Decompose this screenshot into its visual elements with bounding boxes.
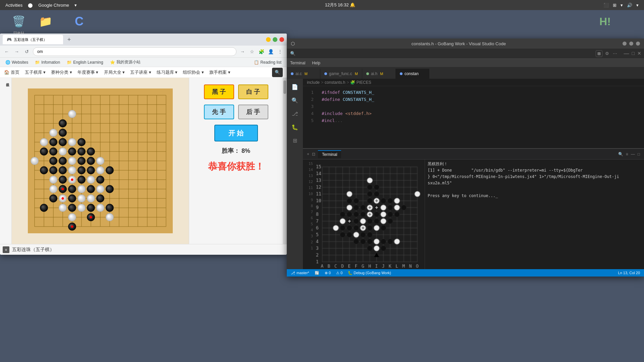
grid-layout-btn[interactable]: ⊞	[596, 50, 602, 57]
nav-openings[interactable]: 开局大全 ▾	[104, 69, 125, 75]
debug-text: 🐛 Debug (GoBang Work)	[348, 271, 391, 275]
errors-text: ⊗ 0	[325, 271, 331, 275]
terminal-menu-icon[interactable]: ≡	[626, 152, 628, 157]
tab-game-func[interactable]: game_func.c M	[320, 69, 362, 79]
statusbar-sync[interactable]: 🔄	[313, 271, 321, 275]
page-content: 🏠 首页 五子棋库 ▾ 赛种分类 ▾ 年度赛事 ▾ 开局大全 ▾ 五子讲座 ▾ …	[0, 67, 287, 244]
terminal-search-icon[interactable]: 🔍	[618, 152, 623, 157]
apps-icon[interactable]: ⊞	[613, 3, 616, 8]
search-button[interactable]: 🔍	[272, 68, 283, 77]
menu-help[interactable]: Help	[309, 59, 324, 67]
gomoku-board[interactable]	[28, 88, 173, 233]
extension-btn[interactable]: 🧩	[257, 48, 265, 56]
refresh-btn[interactable]: ↺	[23, 48, 31, 56]
start-button[interactable]: 开 始	[214, 125, 258, 141]
new-tab-button[interactable]: +	[64, 35, 74, 44]
menu-terminal[interactable]: Terminal	[287, 59, 309, 67]
nav-lectures[interactable]: 五子讲座 ▾	[130, 69, 151, 75]
second-move-button[interactable]: 后 手	[238, 105, 268, 119]
tab-ai-c[interactable]: ai.c M	[287, 69, 320, 79]
settings-icon[interactable]: ⚙	[604, 50, 610, 57]
bookmark-websites[interactable]: 🌐 Websites	[3, 59, 31, 65]
os-bar-left: Activities ⬤ Google Chrome ▾	[5, 3, 77, 8]
window-close-btn[interactable]	[279, 37, 284, 42]
network-icon[interactable]: ▾	[621, 3, 623, 8]
terminal-maximize-icon[interactable]: □	[638, 152, 640, 157]
tln-15: 15	[303, 161, 313, 167]
window-minimize-btn[interactable]	[266, 37, 271, 42]
vscode-restore-icon[interactable]: □	[632, 51, 635, 57]
volume-icon[interactable]: 🔊	[627, 3, 632, 8]
vscode-minimize-btn[interactable]	[623, 42, 627, 46]
right-scrollbar[interactable]	[283, 78, 287, 244]
terminal-icon[interactable]: +	[307, 152, 309, 157]
window-maximize-btn[interactable]	[273, 37, 277, 42]
footer-menu-icon[interactable]: ≡	[3, 246, 9, 253]
white-stone-button[interactable]: 白 子	[238, 84, 268, 99]
line-num-2: 2	[311, 96, 314, 103]
vscode-close-btn[interactable]	[636, 42, 640, 46]
bookmark-infomation[interactable]: 📁 Infomation	[32, 59, 63, 65]
statusbar-warnings[interactable]: ⚠ 0	[335, 271, 344, 275]
menu-btn[interactable]: ⋮	[276, 48, 284, 56]
statusbar-position[interactable]: Ln 13, Col 20	[617, 271, 641, 275]
terminal-output: 黑棋胜利！ [1] + Done "/usr/bin/gdb" --interp…	[425, 160, 644, 269]
tab-ai-h[interactable]: ai.h M	[362, 69, 396, 79]
nav-home[interactable]: 🏠 首页	[4, 69, 19, 75]
account-btn[interactable]: 👤	[267, 48, 275, 56]
os-top-bar: Activities ⬤ Google Chrome ▾ 12月5 16:32 …	[0, 0, 644, 10]
vscode-maximize-btn[interactable]	[629, 42, 633, 46]
scroll-thumb[interactable]	[283, 80, 286, 94]
folder-icon[interactable]: 📁	[34, 13, 58, 31]
statusbar-debug[interactable]: 🐛 Debug (GoBang Work)	[346, 271, 392, 275]
display-icon[interactable]: ⬛	[603, 3, 609, 8]
forward-btn[interactable]: →	[13, 48, 21, 56]
terminal-split-icon[interactable]: ⊡	[312, 152, 315, 157]
statusbar-branch[interactable]: ⎇ master*	[289, 271, 311, 275]
activities-label[interactable]: Activities	[5, 3, 22, 8]
black-stone-button[interactable]: 黑 子	[204, 84, 234, 99]
h-file-icon[interactable]: H!	[593, 13, 617, 31]
breadcrumb-include[interactable]: include	[307, 80, 320, 85]
git-icon[interactable]: ⎇	[289, 108, 300, 119]
breadcrumb-file[interactable]: constants.h	[325, 80, 345, 85]
back-btn[interactable]: ←	[3, 48, 11, 56]
code-area[interactable]: #ifndef CONSTANTS_H_ #define CONSTANTS_H…	[316, 86, 644, 148]
nav-exercises[interactable]: 练习题库 ▾	[157, 69, 178, 75]
terminal-tab[interactable]: Terminal	[318, 150, 341, 158]
browser-tab-active[interactable]: 🎮 五彩连珠（五子棋）	[3, 35, 63, 44]
recycle-bin-icon[interactable]: 🗑️ 回收站	[7, 13, 31, 36]
search-toolbar-icon[interactable]: 🔍	[289, 50, 296, 57]
vscode-x-icon[interactable]: ✕	[637, 51, 641, 57]
debug-icon[interactable]: 🐛	[289, 122, 300, 132]
system-menu-arrow[interactable]: ▾	[636, 3, 639, 8]
star-btn[interactable]: ☆	[248, 48, 256, 56]
folder-bm-icon-2: 📁	[67, 60, 72, 65]
c-file-icon[interactable]: C	[67, 13, 91, 31]
nav-players[interactable]: 旗手档案 ▾	[209, 69, 230, 75]
nav-org[interactable]: 组织协会 ▾	[183, 69, 204, 75]
nav-race-type[interactable]: 赛种分类 ▾	[51, 69, 72, 75]
terminal-minimize-icon[interactable]: —	[631, 152, 635, 157]
vscode-window-buttons	[623, 42, 640, 46]
first-move-button[interactable]: 先 手	[204, 105, 234, 119]
address-bar[interactable]: om	[33, 47, 236, 56]
footer-bar: ≡ 五彩连珠（五子棋）	[0, 244, 287, 255]
nav-library[interactable]: 五子棋库 ▾	[25, 69, 46, 75]
tab-constants-h[interactable]: constan	[396, 69, 429, 79]
app-menu-arrow[interactable]: ▾	[74, 3, 77, 8]
search-side-icon[interactable]: 🔍	[289, 95, 300, 106]
reading-list-button[interactable]: 📋 Reading list	[251, 59, 284, 65]
nav-year-event[interactable]: 年度赛事 ▾	[77, 69, 99, 75]
more-icon[interactable]: ⋯	[612, 50, 619, 57]
go-btn[interactable]: →	[238, 48, 247, 56]
nav-right-buttons: → ☆ 🧩 👤 ⋮	[238, 48, 284, 56]
vscode-min-icon[interactable]: —	[624, 51, 629, 57]
tab-ai-c-modified: M	[305, 72, 308, 76]
bookmark-resource[interactable]: ⭐ 我的资源小站	[107, 59, 143, 66]
statusbar-errors[interactable]: ⊗ 0	[323, 271, 332, 275]
breadcrumb-pieces[interactable]: 🧩 PIECES	[350, 80, 371, 85]
extensions-icon[interactable]: ⊞	[289, 135, 300, 146]
explorer-icon[interactable]: 📄	[289, 81, 300, 92]
bookmark-english[interactable]: 📁 English Learning	[64, 59, 106, 65]
